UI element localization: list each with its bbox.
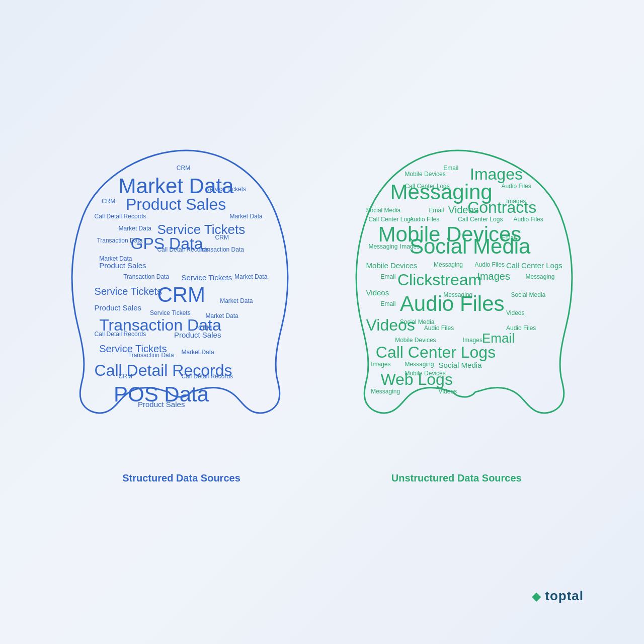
right-cloud-word: Social Media [439,361,482,370]
right-cloud-word: Audio Files [400,291,505,316]
right-cloud-word: Videos [439,388,457,395]
left-cloud-word: Service Tickets [205,186,246,193]
left-cloud-word: Call Detail Records [181,373,233,380]
left-cloud-word: Product Sales [174,331,221,340]
right-label: Unstructured Data Sources [391,472,522,484]
left-cloud-word: Market Data [234,273,267,280]
left-cloud-word: Product Sales [95,303,141,312]
left-cloud-word: Market Data [220,297,253,304]
right-cloud-word: Messaging [525,273,554,280]
left-cloud-word: CRM [102,198,115,205]
main-container: CRMMarket DataService TicketsCRMProduct … [0,0,644,644]
right-cloud-word: Messaging [371,388,400,395]
left-cloud-word: Transaction Data [123,273,169,280]
left-cloud-word: Call Detail Records [157,246,209,253]
left-cloud-word: Service Tickets [95,285,162,297]
logo-container: ◆ toptal [532,588,584,604]
right-head-section: EmailMobile DevicesImagesCall Center Log… [337,140,579,442]
right-cloud-word: Mobile Devices [405,171,445,178]
left-cloud-word: CRM [215,234,229,241]
left-cloud-word: Market Data [119,225,151,232]
left-cloud-word: CRM [119,373,132,380]
toptal-icon: ◆ [532,589,541,603]
left-cloud-word: Transaction Data [128,352,174,359]
right-word-cloud: EmailMobile DevicesImagesCall Center Log… [337,140,579,442]
right-cloud-word: Messaging [368,243,397,250]
left-cloud-word: Product Sales [126,195,226,214]
right-cloud-word: Email [429,207,444,214]
right-cloud-word: Videos [366,315,415,335]
right-cloud-word: Web Logs [380,370,453,389]
right-cloud-word: Call Center Logs [506,261,562,270]
right-cloud-word: Email [380,300,395,307]
left-cloud-word: CRM [157,282,205,307]
left-label: Structured Data Sources [122,472,240,484]
left-cloud-word: Call Detail Records [95,213,146,220]
left-cloud-word: Market Data [229,213,262,220]
left-cloud-word: Service Tickets [181,273,232,282]
heads-container: CRMMarket DataService TicketsCRMProduct … [65,140,579,442]
right-cloud-word: Videos [506,309,524,316]
right-cloud-word: Videos [366,288,389,297]
right-cloud-word: Clickstream [397,270,481,289]
right-cloud-word: Images [477,270,510,282]
right-cloud-word: Email [380,273,395,280]
right-cloud-word: Audio Files [501,183,531,190]
right-cloud-word: Social Media [366,207,401,214]
right-cloud-word: Social Media [410,234,530,259]
left-cloud-word: Call Detail Records [95,331,146,338]
right-cloud-word: Social Media [511,291,546,298]
left-head-section: CRMMarket DataService TicketsCRMProduct … [65,140,307,442]
left-word-cloud: CRMMarket DataService TicketsCRMProduct … [65,140,307,442]
labels-container: Structured Data Sources Unstructured Dat… [122,472,521,484]
left-cloud-word: Product Sales [138,400,185,409]
right-cloud-word: Messaging [434,261,463,268]
right-cloud-word: Call Center Logs [376,343,496,362]
left-cloud-word: Product Sales [99,261,146,270]
right-cloud-word: Messaging [405,361,434,368]
left-cloud-word: Market Data [181,349,214,356]
right-cloud-word: Audio Files [475,261,505,268]
toptal-logo: toptal [545,588,584,604]
right-cloud-word: Mobile Devices [366,261,418,270]
right-cloud-word: Images [371,361,390,368]
right-cloud-word: Contracts [467,198,536,217]
left-cloud-word: CRM [177,165,190,172]
right-cloud-word: Audio Files [424,325,454,332]
